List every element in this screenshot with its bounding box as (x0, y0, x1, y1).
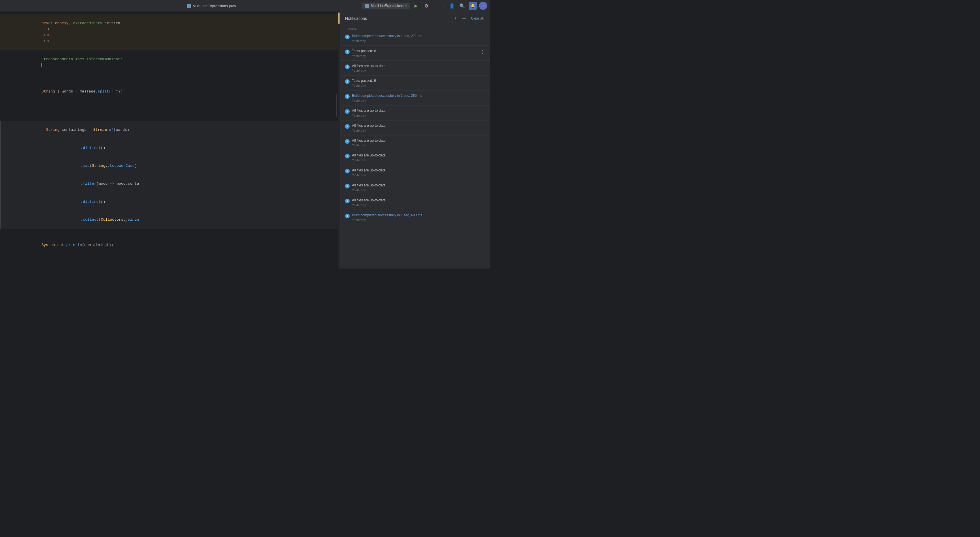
notification-item: i Tests passed: 6 Yesterday ⋮ (340, 47, 490, 59)
code-line: } (0, 261, 340, 268)
timeline-label: Timeline (340, 25, 490, 32)
code-line: .map(String::toLowerCase) (0, 157, 340, 175)
notification-text: All files are up-to-date (352, 64, 485, 68)
title-bar-right: MultiLineExpressions ▾ ▶ ⚙ ⋮ 👤 🔍 🔔 m (362, 2, 487, 10)
info-icon: i (345, 169, 350, 173)
notification-time: Yesterday (352, 54, 477, 58)
line-content: "transcendentalizes intercommunicat: (19, 51, 340, 74)
notification-text[interactable]: Build completed successfully in 1 sec, 6… (352, 213, 485, 218)
divider (340, 105, 490, 105)
line-content: String containingL = Stream.of(words) (19, 121, 340, 139)
notification-time: Yesterday (352, 188, 485, 192)
notifications-title: Notifications (345, 16, 367, 21)
code-line: .distinct() (0, 193, 340, 211)
notification-text-area: All files are up-to-date Yesterday (352, 138, 485, 147)
notifications-list[interactable]: i Build completed successfully in 1 sec,… (340, 32, 490, 268)
notifications-header: Notifications ⋮ — Clear all (340, 11, 490, 25)
profile-button[interactable]: 👤 (448, 2, 456, 10)
notification-text: All files are up-to-date (352, 153, 485, 158)
more-options-button[interactable]: ⋮ (480, 49, 485, 55)
code-content: never.choesy, extraordinary existed. ⚠ 2… (0, 11, 340, 268)
code-line: "transcendentalizes intercommunicat: (0, 51, 340, 74)
notification-text[interactable]: Build completed successfully in 1 sec, 2… (352, 93, 485, 98)
notification-item: i All files are up-to-date Yesterday (340, 181, 490, 194)
code-line: .distinct() (0, 139, 340, 157)
code-line (0, 100, 340, 106)
code-line: System.out.println(containingL); (0, 236, 340, 254)
line-tracker (336, 94, 337, 117)
notification-text: All files are up-to-date (352, 108, 485, 113)
info-icon: i (345, 79, 350, 84)
notification-text[interactable]: Build completed successfully in 1 sec, 2… (352, 34, 485, 39)
notification-time: Yesterday (352, 203, 485, 207)
notification-time: Yesterday (352, 218, 485, 222)
run-config[interactable]: MultiLineExpressions ▾ (362, 3, 410, 9)
search-button[interactable]: 🔍 (458, 2, 466, 10)
notification-text-area: All files are up-to-date Yesterday (352, 198, 485, 207)
notification-text-area: Tests passed: 6 Yesterday (352, 78, 485, 87)
notification-text-area: All files are up-to-date Yesterday (352, 64, 485, 73)
notification-text-area: All files are up-to-date Yesterday (352, 108, 485, 117)
divider (340, 165, 490, 165)
settings-button[interactable]: ⚙ (422, 2, 430, 10)
clear-all-button[interactable]: Clear all (469, 16, 485, 21)
info-icon: i (345, 49, 350, 54)
code-line (0, 106, 340, 113)
options-button[interactable]: ⋮ (452, 15, 459, 22)
notification-text: All files are up-to-date (352, 183, 485, 188)
minimap-warning-marker (338, 13, 340, 24)
notification-item: i All files are up-to-date Yesterday (340, 196, 490, 208)
notification-text: Tests passed: 6 (352, 78, 485, 83)
notification-item: i All files are up-to-date Yesterday (340, 122, 490, 134)
code-line (0, 74, 340, 80)
run-button[interactable]: ▶ (412, 2, 420, 10)
title-bar-center: MultiLineExpressions.java (187, 4, 236, 8)
info-icon: i (345, 109, 350, 114)
notification-time: Yesterday (352, 143, 485, 147)
minimize-button[interactable]: — (461, 15, 468, 22)
notification-item: i Build completed successfully in 1 sec,… (340, 32, 490, 44)
notification-item: i Build completed successfully in 1 sec,… (340, 92, 490, 104)
run-config-icon (365, 4, 369, 8)
notification-text-area: All files are up-to-date Yesterday (352, 168, 485, 177)
notification-item: i All files are up-to-date Yesterday (340, 62, 490, 74)
notifications-panel: Notifications ⋮ — Clear all Timeline i B… (340, 11, 490, 268)
code-line (0, 113, 340, 119)
divider (340, 150, 490, 150)
notification-item: i All files are up-to-date Yesterday (340, 151, 490, 164)
code-line: never.choesy, extraordinary existed. ⚠ 2… (0, 14, 340, 51)
notification-item: i Build completed successfully in 1 sec,… (340, 211, 490, 224)
notification-time: Yesterday (352, 114, 485, 117)
notification-text-area: All files are up-to-date Yesterday (352, 123, 485, 132)
notifications-button[interactable]: 🔔 (469, 2, 477, 10)
notification-text-area: Tests passed: 6 Yesterday (352, 49, 477, 58)
editor-area[interactable]: never.choesy, extraordinary existed. ⚠ 2… (0, 11, 340, 268)
notification-text-area: Build completed successfully in 1 sec, 6… (352, 213, 485, 222)
notification-time: Yesterday (352, 129, 485, 132)
notification-time: Yesterday (352, 69, 485, 72)
notification-item: i All files are up-to-date Yesterday (340, 106, 490, 119)
divider (340, 210, 490, 210)
code-line (0, 255, 340, 261)
notification-time: Yesterday (352, 173, 485, 177)
notification-text: All files are up-to-date (352, 168, 485, 173)
notification-time: Yesterday (352, 39, 485, 43)
notification-time: Yesterday (352, 159, 485, 162)
code-line (0, 230, 340, 236)
info-icon: i (345, 139, 350, 144)
info-icon: i (345, 214, 350, 218)
notification-item: i Tests passed: 6 Yesterday (340, 76, 490, 89)
line-content: System.out.println(containingL); (19, 236, 340, 254)
notification-text: All files are up-to-date (352, 138, 485, 143)
code-line: .collect(Collectors.joinin (0, 211, 340, 229)
code-line: String[] words = message.split(" "); (0, 83, 340, 100)
notification-text-area: All files are up-to-date Yesterday (352, 153, 485, 162)
info-icon: i (345, 35, 350, 39)
info-icon: i (345, 124, 350, 129)
filename: MultiLineExpressions.java (192, 4, 236, 8)
more-options-button[interactable]: ⋮ (433, 2, 441, 10)
divider (340, 60, 490, 61)
info-icon: i (345, 65, 350, 69)
code-line: .filter(mood -> mood.conta (0, 175, 340, 193)
chevron-down-icon: ▾ (405, 4, 407, 8)
